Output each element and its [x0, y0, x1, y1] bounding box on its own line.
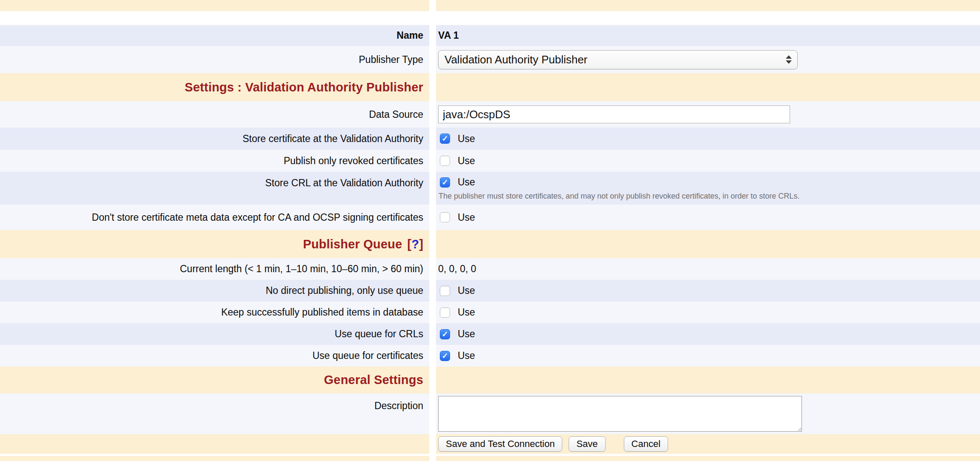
store-certificate-checkbox[interactable]: ✓ — [440, 134, 450, 144]
help-bracket-open: [ — [407, 237, 411, 251]
bottom-band — [0, 456, 980, 461]
use-label: Use — [458, 133, 475, 145]
queue-section-header: Publisher Queue [?] — [0, 230, 980, 258]
store-crl-checkbox-line: ✓ Use — [438, 176, 475, 188]
chevron-down-icon — [786, 60, 792, 64]
no-direct-publishing-checkbox[interactable]: ✓ — [440, 286, 450, 296]
top-spacer — [0, 11, 980, 25]
queue-length-row: Current length (< 1 min, 1–10 min, 10–60… — [0, 258, 980, 280]
use-label: Use — [458, 350, 475, 361]
use-queue-certificates-checkbox[interactable]: ✓ — [440, 351, 450, 361]
top-band — [0, 0, 980, 11]
save-button[interactable]: Save — [569, 436, 605, 452]
store-crl-row: Store CRL at the Validation Authority ✓ … — [0, 172, 980, 205]
select-spinner-icon — [786, 55, 792, 64]
publish-only-revoked-checkbox[interactable]: ✓ — [440, 156, 450, 166]
keep-published-items-checkbox[interactable]: ✓ — [440, 307, 450, 318]
top-band-left — [0, 0, 429, 11]
help-bracket-close: ] — [419, 237, 423, 251]
dont-store-meta-checkbox[interactable]: ✓ — [440, 212, 450, 222]
dont-store-meta-label: Don't store certificate meta data except… — [92, 212, 423, 223]
dont-store-meta-row: Don't store certificate meta data except… — [0, 205, 980, 230]
data-source-label: Data Source — [369, 109, 423, 120]
queue-help: [?] — [407, 237, 423, 251]
store-crl-checkbox[interactable]: ✓ — [440, 177, 450, 188]
queue-section-title: Publisher Queue — [303, 237, 402, 251]
keep-published-items-row: Keep successfully published items in dat… — [0, 302, 980, 323]
use-queue-crls-checkbox[interactable]: ✓ — [440, 329, 450, 339]
save-and-test-button[interactable]: Save and Test Connection — [438, 436, 562, 452]
data-source-row: Data Source — [0, 101, 980, 128]
actions-row: Save and Test Connection Save Cancel — [0, 434, 980, 454]
keep-published-items-label: Keep successfully published items in dat… — [221, 307, 423, 318]
use-label: Use — [458, 155, 475, 167]
data-source-input[interactable] — [438, 105, 790, 123]
use-label: Use — [458, 328, 475, 340]
use-queue-certificates-row: Use queue for certificates ✓ Use — [0, 345, 980, 367]
checkmark-icon: ✓ — [442, 135, 448, 142]
publisher-type-selected-value: Validation Authority Publisher — [445, 53, 587, 66]
use-queue-crls-label: Use queue for CRLs — [335, 328, 423, 340]
store-crl-label: Store CRL at the Validation Authority — [265, 177, 423, 189]
use-queue-certificates-label: Use queue for certificates — [312, 350, 423, 361]
publish-only-revoked-label: Publish only revoked certificates — [283, 155, 423, 167]
store-certificate-row: Store certificate at the Validation Auth… — [0, 128, 980, 150]
name-label: Name — [397, 30, 423, 41]
use-label: Use — [458, 176, 475, 188]
store-crl-note: The publisher must store certificates, a… — [438, 192, 799, 201]
publisher-type-row: Publisher Type Validation Authority Publ… — [0, 46, 980, 73]
edit-publisher-form: Name VA 1 Publisher Type Validation Auth… — [0, 0, 980, 461]
description-label: Description — [374, 400, 423, 412]
chevron-up-icon — [786, 55, 792, 59]
top-band-right — [436, 0, 980, 11]
queue-length-value: 0, 0, 0, 0 — [438, 263, 476, 275]
no-direct-publishing-label: No direct publishing, only use queue — [266, 285, 423, 296]
settings-section-title: Settings : Validation Authority Publishe… — [185, 80, 423, 94]
publisher-type-label: Publisher Type — [359, 54, 423, 65]
publisher-queue-help-link[interactable]: ? — [411, 237, 419, 251]
store-certificate-label: Store certificate at the Validation Auth… — [243, 133, 423, 145]
description-textarea[interactable] — [438, 396, 802, 432]
checkmark-icon: ✓ — [442, 352, 448, 360]
name-value: VA 1 — [438, 30, 459, 41]
use-label: Use — [458, 212, 475, 223]
use-label: Use — [458, 285, 475, 296]
publisher-type-select[interactable]: Validation Authority Publisher — [438, 50, 798, 69]
use-label: Use — [458, 307, 475, 318]
name-row: Name VA 1 — [0, 25, 980, 46]
use-queue-crls-row: Use queue for CRLs ✓ Use — [0, 323, 980, 345]
publish-only-revoked-row: Publish only revoked certificates ✓ Use — [0, 150, 980, 172]
checkmark-icon: ✓ — [442, 330, 448, 338]
no-direct-publishing-row: No direct publishing, only use queue ✓ U… — [0, 280, 980, 302]
general-section-title: General Settings — [324, 373, 423, 387]
description-row: Description — [0, 393, 980, 434]
general-section-header: General Settings — [0, 367, 980, 393]
settings-section-header: Settings : Validation Authority Publishe… — [0, 73, 980, 101]
queue-length-label: Current length (< 1 min, 1–10 min, 10–60… — [180, 263, 423, 275]
cancel-button[interactable]: Cancel — [624, 436, 668, 452]
checkmark-icon: ✓ — [442, 179, 448, 186]
